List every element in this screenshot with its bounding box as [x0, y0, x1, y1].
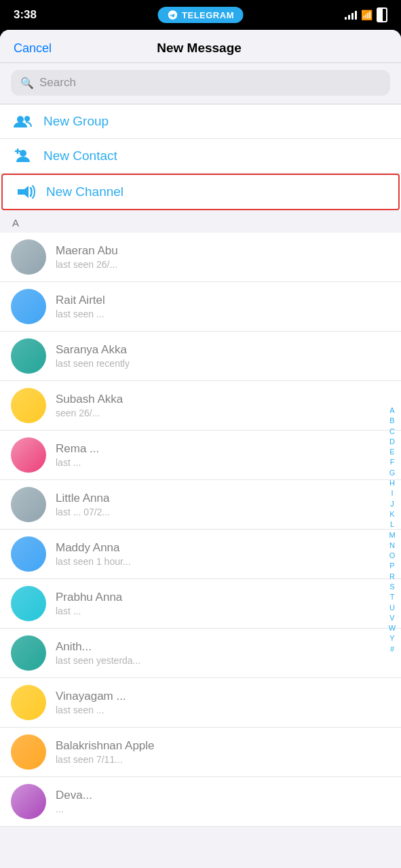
telegram-icon: [167, 9, 178, 20]
avatar: [11, 784, 46, 819]
contact-status: last seen ...: [56, 705, 390, 715]
alpha-e[interactable]: E: [387, 447, 397, 456]
contact-item[interactable]: Deva......: [0, 777, 401, 827]
alpha-i[interactable]: I: [387, 488, 397, 498]
contact-status: seen 26/...: [56, 408, 390, 418]
alphabet-index[interactable]: ABCDEFGHIJKLMNOPRSTUVWY#: [387, 233, 397, 827]
contact-status: last seen ...: [56, 309, 390, 319]
contact-item[interactable]: Rait Airtellast seen ...: [0, 282, 401, 332]
new-channel-item[interactable]: New Channel: [1, 174, 400, 210]
actions-container: New Group New Contact New: [0, 104, 401, 210]
avatar: [11, 487, 46, 522]
alpha-p[interactable]: P: [387, 561, 397, 570]
alpha-m[interactable]: M: [387, 530, 397, 540]
alpha-g[interactable]: G: [387, 468, 397, 477]
avatar: [11, 536, 46, 572]
contact-name: Saranya Akka: [56, 343, 390, 357]
status-icons: 📶: [345, 7, 387, 22]
channel-icon: [15, 184, 37, 199]
alpha-c[interactable]: C: [387, 427, 397, 436]
contact-name: Vinayagam ...: [56, 690, 390, 703]
contact-item[interactable]: Balakrishnan Applelast seen 7/11...: [0, 728, 401, 777]
contact-item[interactable]: Rema ...last ...: [0, 431, 401, 480]
alpha-b[interactable]: B: [387, 416, 397, 425]
svg-point-1: [24, 116, 30, 121]
battery-icon: [377, 7, 387, 22]
page-title: New Message: [157, 41, 242, 56]
alpha-f[interactable]: F: [387, 457, 397, 467]
contact-status: last ... 07/2...: [56, 507, 390, 517]
contact-name: Deva...: [56, 789, 390, 802]
wifi-icon: 📶: [361, 9, 373, 20]
alpha-n[interactable]: N: [387, 540, 397, 550]
svg-marker-5: [18, 186, 28, 198]
new-channel-label: New Channel: [46, 184, 123, 199]
alpha-h[interactable]: H: [387, 478, 397, 488]
avatar: [11, 437, 46, 473]
contact-status: last ...: [56, 457, 390, 468]
contact-item[interactable]: Prabhu Annalast ...: [0, 579, 401, 629]
contact-name: Maddy Anna: [56, 541, 390, 555]
alpha-v[interactable]: V: [387, 613, 397, 623]
main-screen: Cancel New Message 🔍 Search New Group: [0, 30, 401, 868]
signal-icon: [345, 10, 357, 20]
telegram-badge: TELEGRAM: [157, 7, 244, 23]
contact-name: Maeran Abu: [56, 244, 390, 258]
avatar: [11, 289, 46, 324]
telegram-badge-container: TELEGRAM: [157, 7, 244, 23]
contact-name: Subash Akka: [56, 393, 390, 406]
alpha-l[interactable]: L: [387, 519, 397, 529]
avatar: [11, 388, 46, 423]
status-bar: 3:38 TELEGRAM 📶: [0, 0, 401, 30]
contact-name: Rait Airtel: [56, 294, 390, 307]
new-contact-item[interactable]: New Contact: [0, 139, 401, 174]
avatar: [11, 635, 46, 671]
avatar: [11, 586, 46, 621]
status-time: 3:38: [14, 8, 37, 22]
new-contact-label: New Contact: [43, 149, 117, 163]
alpha-u[interactable]: U: [387, 603, 397, 612]
contact-name: Little Anna: [56, 492, 390, 505]
contact-status: last seen 26/...: [56, 259, 390, 270]
nav-bar: Cancel New Message: [0, 30, 401, 63]
avatar: [11, 734, 46, 770]
telegram-label: TELEGRAM: [182, 10, 234, 20]
alpha-r[interactable]: R: [387, 572, 397, 581]
contact-name: Prabhu Anna: [56, 591, 390, 604]
avatar: [11, 239, 46, 275]
alpha-y[interactable]: Y: [387, 633, 397, 643]
new-group-item[interactable]: New Group: [0, 104, 401, 139]
contact-status: last seen recently: [56, 358, 390, 369]
alpha-t[interactable]: T: [387, 592, 397, 601]
contact-status: ...: [56, 804, 390, 814]
contact-item[interactable]: Maeran Abulast seen 26/...: [0, 233, 401, 282]
alpha-k[interactable]: K: [387, 509, 397, 519]
contact-item[interactable]: Subash Akkaseen 26/...: [0, 381, 401, 431]
search-icon: 🔍: [20, 77, 34, 90]
new-group-label: New Group: [43, 114, 109, 129]
contact-name: Anith...: [56, 640, 390, 654]
search-placeholder: Search: [39, 76, 76, 90]
contact-item[interactable]: Saranya Akkalast seen recently: [0, 332, 401, 381]
contact-status: last seen yesterda...: [56, 655, 390, 666]
alpha-s[interactable]: S: [387, 582, 397, 591]
search-bar[interactable]: 🔍 Search: [11, 70, 390, 96]
contact-item[interactable]: Maddy Annalast seen 1 hour...: [0, 530, 401, 579]
contact-item[interactable]: Little Annalast ... 07/2...: [0, 480, 401, 530]
contact-item[interactable]: Vinayagam ...last seen ...: [0, 678, 401, 728]
contact-name: Rema ...: [56, 442, 390, 456]
alpha-w[interactable]: W: [387, 623, 397, 633]
alpha-d[interactable]: D: [387, 437, 397, 446]
avatar: [11, 685, 46, 720]
alpha-o[interactable]: O: [387, 551, 397, 560]
alpha-a[interactable]: A: [387, 406, 397, 415]
contacts-list: ABCDEFGHIJKLMNOPRSTUVWY# Maeran Abulast …: [0, 233, 401, 827]
alpha-j[interactable]: J: [387, 499, 397, 509]
cancel-button[interactable]: Cancel: [14, 41, 52, 56]
contact-status: last ...: [56, 606, 390, 616]
contact-item[interactable]: Anith...last seen yesterda...: [0, 629, 401, 678]
search-container: 🔍 Search: [0, 63, 401, 104]
svg-point-0: [17, 116, 24, 123]
section-header-a: A: [0, 210, 401, 233]
alpha-#[interactable]: #: [387, 644, 397, 654]
